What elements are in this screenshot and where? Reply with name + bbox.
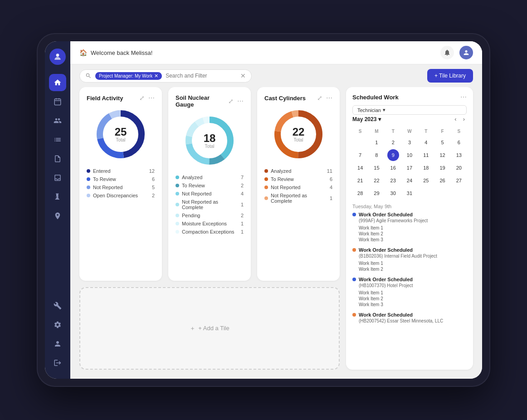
cal-day[interactable]: 2 — [387, 137, 399, 148]
legend-item: Not Reported as Complete 1 — [264, 191, 332, 205]
svg-rect-1 — [54, 99, 61, 105]
cal-day[interactable]: 7 — [354, 149, 366, 161]
add-tile-area[interactable]: ＋ + Add a Tile — [79, 287, 340, 370]
prev-month-button[interactable]: ‹ — [453, 115, 458, 123]
cal-day[interactable]: 5 — [437, 137, 449, 148]
header-right — [440, 46, 473, 59]
cal-day[interactable]: 16 — [387, 162, 399, 174]
next-month-button[interactable]: › — [461, 115, 467, 123]
cal-day[interactable]: 1 — [371, 137, 382, 148]
notifications-button[interactable] — [440, 46, 454, 59]
cal-day[interactable]: 12 — [437, 149, 449, 161]
cal-day[interactable]: 18 — [420, 162, 432, 174]
sidebar-item-inbox[interactable] — [49, 169, 66, 186]
soil-nuclear-total: 18 Total — [204, 133, 216, 149]
search-tag-remove[interactable]: ✕ — [154, 73, 158, 79]
cal-day[interactable]: 22 — [371, 175, 382, 186]
sidebar-item-tools[interactable] — [49, 297, 66, 314]
search-input[interactable] — [166, 73, 237, 79]
cal-day[interactable]: 4 — [420, 137, 432, 148]
sidebar-item-settings[interactable] — [49, 316, 66, 333]
more-icon[interactable]: ⋯ — [148, 94, 155, 102]
user-avatar[interactable] — [459, 46, 473, 59]
soil-nuclear-title: Soil Nuclear Gauge — [176, 94, 228, 108]
work-order-project: (B1B02036) Internal Field Audit Project — [359, 254, 467, 259]
field-activity-chart: 25 Total — [87, 107, 155, 161]
cal-day[interactable]: 20 — [453, 162, 465, 174]
sidebar-item-people[interactable] — [49, 112, 66, 129]
app-logo[interactable] — [49, 49, 66, 65]
day-header: F — [434, 127, 450, 136]
field-activity-total: 25 Total — [115, 127, 127, 142]
sidebar-item-calendar[interactable] — [49, 93, 66, 110]
cal-day[interactable]: 23 — [387, 175, 399, 186]
day-header: S — [451, 127, 467, 136]
sidebar-item-home[interactable] — [49, 74, 66, 91]
sidebar-item-profile[interactable] — [49, 335, 66, 352]
legend-item: To Review 6 — [87, 175, 155, 183]
cal-day[interactable]: 19 — [437, 162, 449, 174]
cal-day[interactable]: 29 — [371, 187, 382, 199]
work-item: Work Item 1 — [359, 260, 467, 266]
search-clear-icon[interactable]: ✕ — [240, 72, 246, 79]
expand-icon[interactable]: ⤢ — [139, 94, 145, 102]
field-activity-actions: ⤢ ⋯ — [139, 94, 155, 102]
work-order: Work Order Scheduled (HB1007370) Hotel P… — [352, 277, 467, 308]
cal-day[interactable]: 8 — [371, 149, 382, 161]
cal-day[interactable]: 27 — [453, 175, 465, 186]
sidebar-item-flask[interactable] — [49, 188, 66, 205]
calendar-arrows: ‹ › — [453, 115, 467, 123]
work-order: Work Order Scheduled (B1B02036) Internal… — [352, 247, 467, 272]
work-item: Work Item 1 — [359, 290, 467, 296]
cal-day[interactable]: 25 — [420, 175, 432, 186]
expand-icon[interactable]: ⤢ — [317, 94, 322, 102]
cal-day[interactable]: 6 — [453, 137, 465, 148]
cal-day[interactable]: 21 — [354, 175, 366, 186]
tile-library-button[interactable]: + Tile Library — [427, 69, 473, 83]
legend-item: Compaction Exceptions 1 — [176, 228, 244, 236]
legend-item: Open Discrepancies 2 — [87, 191, 155, 200]
cal-day[interactable]: 17 — [404, 162, 415, 174]
cal-day[interactable]: 11 — [420, 149, 432, 161]
add-tile-icon: ＋ — [190, 324, 195, 332]
cal-day[interactable]: 3 — [404, 137, 415, 148]
calendar: May 2023 ▾ ‹ › S M T W — [352, 115, 467, 199]
day-header: M — [369, 127, 384, 136]
work-item: Work Item 1 — [359, 225, 467, 231]
cal-day — [453, 187, 465, 199]
cal-day[interactable]: 14 — [354, 162, 366, 174]
cal-day[interactable]: 13 — [453, 149, 465, 161]
cast-cylinders-card: Cast Cylinders ⤢ ⋯ — [257, 87, 340, 281]
search-bar[interactable]: Project Manager: My Work ✕ ✕ — [79, 69, 252, 83]
tablet-frame: 🏠 Welcome back Melissa! — [37, 33, 490, 387]
cal-day[interactable]: 26 — [437, 175, 449, 186]
legend-item: To Review 6 — [264, 175, 332, 183]
add-tile-label: + Add a Tile — [198, 325, 229, 332]
cal-day[interactable]: 15 — [371, 162, 382, 174]
work-date: Tuesday, May 9th — [352, 204, 467, 209]
sidebar-item-document[interactable] — [49, 150, 66, 167]
more-icon[interactable]: ⋯ — [237, 98, 244, 105]
cal-day[interactable]: 28 — [354, 187, 366, 199]
cal-day[interactable]: 30 — [387, 187, 399, 199]
expand-icon[interactable]: ⤢ — [228, 98, 234, 105]
cal-day[interactable]: 10 — [404, 149, 415, 161]
soil-nuclear-legend: Analyzed 7 To Review 2 Not Reported 4 — [176, 173, 244, 236]
technician-filter[interactable]: Technician ▾ — [352, 105, 467, 115]
sidebar-item-list[interactable] — [49, 131, 66, 148]
calendar-month[interactable]: May 2023 ▾ — [352, 116, 381, 122]
more-icon[interactable]: ⋯ — [326, 94, 332, 102]
legend-item: Not Reported 5 — [87, 183, 155, 191]
soil-nuclear-chart: 18 Total — [176, 113, 244, 168]
legend-item: To Review 2 — [176, 181, 244, 190]
cal-day-today[interactable]: 9 — [387, 149, 399, 161]
sidebar-item-location[interactable] — [49, 207, 66, 225]
cal-day[interactable]: 31 — [404, 187, 415, 199]
cal-day — [420, 187, 432, 199]
sidebar-item-logout[interactable] — [49, 354, 66, 371]
cal-day[interactable]: 24 — [404, 175, 415, 186]
search-filter-tag[interactable]: Project Manager: My Work ✕ — [95, 72, 162, 80]
scheduled-more-icon[interactable]: ⋯ — [460, 93, 467, 101]
field-activity-legend: Entered 12 To Review 6 Not Reported 5 — [87, 167, 155, 200]
field-activity-card: Field Activity ⤢ ⋯ — [79, 87, 162, 281]
